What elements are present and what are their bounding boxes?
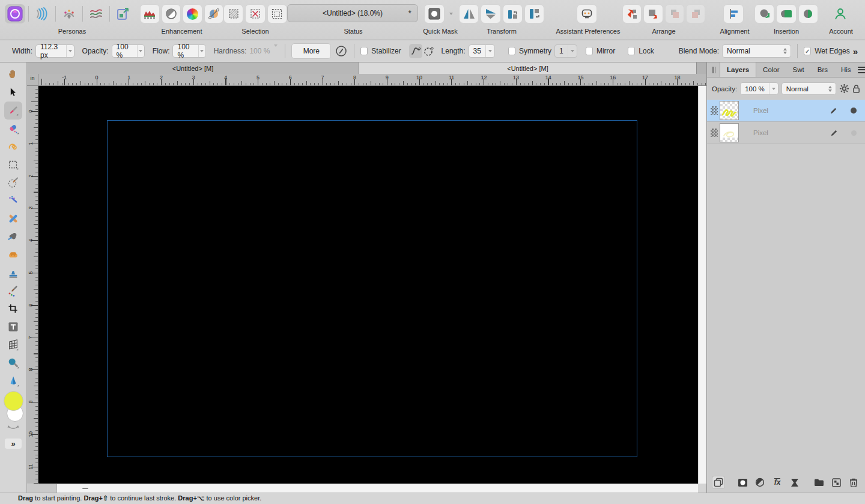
add-pixel-layer-button[interactable] xyxy=(830,476,843,489)
flip-vertical-button[interactable] xyxy=(481,4,500,23)
document-status-widget[interactable]: <Untitled> (18.0%) * xyxy=(287,4,418,22)
layer-edit-brush-icon[interactable] xyxy=(830,129,838,137)
foreground-color-swatch[interactable] xyxy=(4,391,23,411)
quick-mask-options-chevron[interactable] xyxy=(446,4,456,23)
mask-layer-button[interactable] xyxy=(736,476,749,489)
mirror-checkbox[interactable] xyxy=(586,47,593,55)
photo-persona-button[interactable] xyxy=(5,4,25,23)
lock-checkbox[interactable] xyxy=(628,47,635,55)
layer-opacity-input[interactable]: 100 % xyxy=(740,82,778,95)
move-backward-button[interactable] xyxy=(665,4,684,23)
swap-colors-button[interactable] xyxy=(7,423,19,434)
alignment-button[interactable] xyxy=(723,4,744,23)
panel-menu-icon[interactable] xyxy=(858,62,865,77)
layer-visibility-toggle[interactable] xyxy=(851,130,857,136)
crop-tool[interactable] xyxy=(4,300,22,318)
layer-blend-mode-select[interactable]: Normal xyxy=(782,82,836,95)
select-all-button[interactable] xyxy=(223,4,243,23)
edit-all-layers-button[interactable] xyxy=(712,476,725,489)
opacity-input[interactable]: 100 % xyxy=(112,44,145,58)
horizontal-ruler[interactable]: -10123456789101112131415161718 xyxy=(38,74,706,86)
vertical-scrollbar[interactable] xyxy=(698,86,706,484)
develop-persona-button[interactable] xyxy=(59,4,79,23)
tab-brushes[interactable]: Brs xyxy=(811,62,834,77)
brush-width-input[interactable]: 112.3 px xyxy=(35,44,74,58)
window-stabilizer-button[interactable] xyxy=(422,44,436,58)
layer-edit-brush-icon[interactable] xyxy=(830,107,837,115)
flood-select-tool[interactable] xyxy=(4,192,22,210)
length-input[interactable]: 35 xyxy=(469,44,495,58)
live-filter-button[interactable] xyxy=(788,476,801,489)
move-to-back-button[interactable] xyxy=(686,4,705,23)
marquee-selection-tool[interactable] xyxy=(4,156,22,174)
horizontal-scrollbar[interactable] xyxy=(27,484,698,493)
layer-visibility-toggle[interactable] xyxy=(851,108,857,114)
layer-thumbnail[interactable] xyxy=(720,123,739,142)
rope-stabilizer-button[interactable] xyxy=(409,44,422,58)
context-overflow-chevron[interactable]: » xyxy=(853,46,858,56)
insert-behind-button[interactable] xyxy=(754,4,774,23)
deselect-button[interactable] xyxy=(245,4,265,23)
account-button[interactable] xyxy=(830,4,851,23)
group-layers-button[interactable] xyxy=(812,476,825,489)
quick-mask-button[interactable] xyxy=(424,4,445,23)
assistant-preferences-button[interactable] xyxy=(577,4,597,23)
move-forward-button[interactable] xyxy=(643,4,663,23)
layer-row-1[interactable]: Pixel xyxy=(707,100,865,122)
document-tab-2[interactable]: <Untitled> [M] xyxy=(359,62,697,74)
symmetry-count-input[interactable]: 1 xyxy=(554,44,577,58)
color-replacement-brush-tool[interactable] xyxy=(4,282,22,300)
tone-mapping-persona-button[interactable] xyxy=(86,4,106,23)
sponge-tool[interactable] xyxy=(4,246,22,264)
horizontal-scrollbar-thumb[interactable] xyxy=(82,488,88,489)
auto-levels-button[interactable] xyxy=(140,4,160,23)
auto-contrast-button[interactable] xyxy=(162,4,181,23)
tab-swatches[interactable]: Swt xyxy=(786,62,811,77)
canvas-viewport[interactable] xyxy=(38,86,698,484)
selection-brush-tool[interactable] xyxy=(4,174,22,192)
view-tool[interactable] xyxy=(4,65,22,83)
mesh-warp-tool[interactable] xyxy=(4,336,22,354)
wet-edges-checkbox[interactable]: ✓ xyxy=(804,47,811,55)
brush-editor-button[interactable] xyxy=(335,44,348,58)
flip-horizontal-button[interactable] xyxy=(459,4,479,23)
document-tab-1[interactable]: <Untitled> [M] xyxy=(27,62,359,74)
rotate-clockwise-button[interactable] xyxy=(524,4,544,23)
layer-thumbnail[interactable] xyxy=(720,101,739,120)
panel-drag-grip[interactable] xyxy=(707,62,720,77)
auto-colour-button[interactable] xyxy=(183,4,202,23)
layer-effects-button[interactable]: fx xyxy=(771,476,784,489)
tab-history[interactable]: His xyxy=(834,62,858,77)
more-tools-chevron[interactable]: » xyxy=(5,439,22,449)
text-tool[interactable] xyxy=(4,318,22,336)
auto-white-balance-button[interactable] xyxy=(204,4,224,23)
insert-inside-button[interactable] xyxy=(776,4,796,23)
export-persona-button[interactable] xyxy=(113,4,133,23)
delete-layer-button[interactable] xyxy=(847,476,860,489)
clone-stamp-tool[interactable] xyxy=(4,264,22,282)
freehand-selection-tool[interactable] xyxy=(4,138,22,156)
vertical-ruler[interactable]: 01234567891011 xyxy=(27,86,38,484)
flow-input[interactable]: 100 % xyxy=(172,44,205,58)
paint-brush-tool[interactable] xyxy=(4,102,22,120)
healing-brush-tool[interactable] xyxy=(4,210,22,228)
erase-brush-tool[interactable] xyxy=(4,120,22,138)
liquify-persona-button[interactable] xyxy=(32,4,52,23)
insert-on-top-button[interactable] xyxy=(798,4,818,23)
blur-tool[interactable] xyxy=(4,354,22,372)
adjustment-layer-button[interactable] xyxy=(753,476,766,489)
sharpen-tool[interactable] xyxy=(4,372,22,390)
layer-drag-handle-icon[interactable] xyxy=(711,106,718,115)
tab-color[interactable]: Color xyxy=(756,62,786,77)
invert-selection-button[interactable] xyxy=(267,4,287,23)
blend-mode-select[interactable]: Normal xyxy=(722,44,791,58)
tab-layers[interactable]: Layers xyxy=(720,62,756,77)
paint-mixer-brush-tool[interactable] xyxy=(4,228,22,246)
stabilizer-checkbox[interactable] xyxy=(360,47,368,55)
lock-icon[interactable] xyxy=(852,84,860,94)
move-tool[interactable] xyxy=(4,83,22,102)
layer-drag-handle-icon[interactable] xyxy=(711,129,718,137)
move-to-front-button[interactable] xyxy=(622,4,642,23)
layer-settings-gear-icon[interactable] xyxy=(839,83,849,94)
layer-row-2[interactable]: Pixel xyxy=(707,122,865,144)
